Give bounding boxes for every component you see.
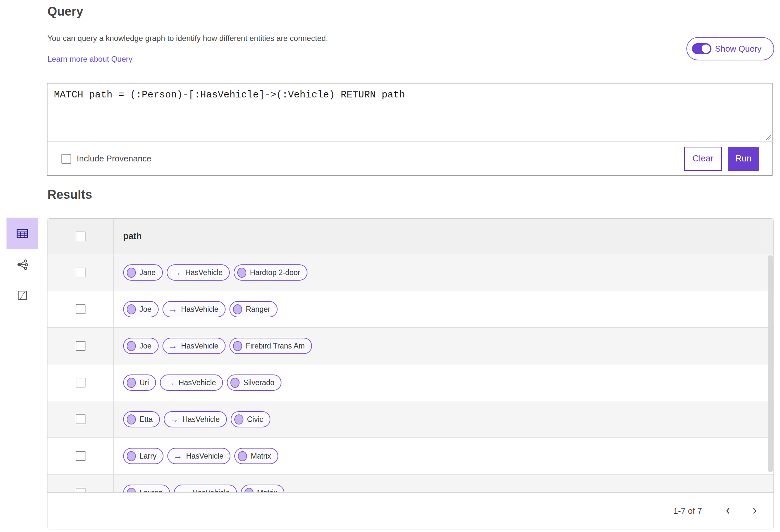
target-entity-label: Firebird Trans Am <box>246 342 305 351</box>
arrow-right-icon: → <box>168 305 177 314</box>
path-column-header: path <box>123 231 142 241</box>
entity-node-icon <box>127 268 136 278</box>
target-entity-label: Civic <box>247 415 263 424</box>
results-title: Results <box>47 188 92 202</box>
page-title: Query <box>47 5 83 18</box>
source-entity-label: Uri <box>139 378 149 387</box>
source-entity-label: Larry <box>139 452 156 461</box>
chevron-right-icon <box>750 507 759 515</box>
row-checkbox[interactable] <box>76 268 86 277</box>
path-cell: Uri → HasVehicle Silverado <box>114 364 774 401</box>
row-checkbox-cell <box>47 364 114 401</box>
entity-pill-source[interactable]: Joe <box>123 338 159 354</box>
entity-node-icon <box>127 451 136 461</box>
run-button[interactable]: Run <box>728 147 759 171</box>
target-entity-label: Matrix <box>251 452 271 461</box>
clear-button[interactable]: Clear <box>684 147 722 171</box>
resize-handle-icon[interactable] <box>764 133 771 140</box>
entity-pill-source[interactable]: Larry <box>123 448 163 464</box>
view-table-button[interactable] <box>6 218 38 249</box>
relationship-pill[interactable]: → HasVehicle <box>160 374 223 391</box>
pagination-range-label: 1-7 of 7 <box>673 506 702 516</box>
arrow-right-icon: → <box>168 342 177 351</box>
relationship-label: HasVehicle <box>185 268 223 277</box>
entity-node-icon <box>127 341 136 351</box>
map-icon <box>17 290 28 301</box>
entity-node-icon <box>127 378 136 388</box>
path-header-cell: path <box>114 219 774 254</box>
entity-pill-target[interactable]: Ranger <box>230 301 277 317</box>
source-entity-label: Joe <box>139 305 151 314</box>
table-row: Etta → HasVehicle Civic <box>47 401 774 438</box>
entity-pill-target[interactable]: Matrix <box>234 448 278 464</box>
entity-node-icon <box>234 414 243 425</box>
toggle-knob <box>701 44 711 54</box>
entity-node-icon <box>127 304 136 314</box>
scrollbar-thumb[interactable] <box>768 255 773 472</box>
entity-pill-target[interactable]: Silverado <box>227 374 282 391</box>
relationship-pill[interactable]: → HasVehicle <box>162 301 226 317</box>
target-entity-label: Ranger <box>246 305 270 314</box>
relationship-pill[interactable]: → HasVehicle <box>164 411 227 427</box>
table-row: Jane → HasVehicle Hardtop 2-door <box>47 254 774 291</box>
entity-node-icon <box>238 451 247 461</box>
entity-pill-source[interactable]: Etta <box>123 411 160 427</box>
entity-node-icon <box>127 414 136 425</box>
entity-pill-source[interactable]: Joe <box>123 301 159 317</box>
learn-more-link[interactable]: Learn more about Query <box>47 55 132 64</box>
target-entity-label: Silverado <box>243 378 274 387</box>
table-icon <box>16 227 29 240</box>
entity-node-icon <box>233 304 242 314</box>
table-row: Joe → HasVehicle Firebird Trans Am <box>47 328 774 364</box>
query-editor-panel: MATCH path = (:Person)-[:HasVehicle]->(:… <box>47 83 773 176</box>
arrow-right-icon: → <box>166 378 175 387</box>
pagination-bar: 1-7 of 7 <box>47 492 774 529</box>
table-body: Jane → HasVehicle Hardtop 2-door Joe → H… <box>47 254 774 511</box>
entity-node-icon <box>233 341 242 351</box>
view-link-chart-button[interactable] <box>6 254 38 275</box>
chevron-left-icon <box>724 507 732 515</box>
row-checkbox[interactable] <box>76 414 86 424</box>
relationship-pill[interactable]: → HasVehicle <box>162 338 226 354</box>
path-cell: Joe → HasVehicle Ranger <box>114 291 774 327</box>
row-checkbox-cell <box>47 254 114 291</box>
include-provenance-checkbox[interactable] <box>61 154 71 164</box>
table-row: Uri → HasVehicle Silverado <box>47 364 774 401</box>
row-checkbox[interactable] <box>76 378 86 387</box>
vertical-scrollbar[interactable] <box>767 219 774 492</box>
row-checkbox-cell <box>47 328 114 364</box>
relationship-pill[interactable]: → HasVehicle <box>167 448 231 464</box>
arrow-right-icon: → <box>173 452 182 461</box>
query-description: You can query a knowledge graph to ident… <box>47 34 328 43</box>
show-query-toggle[interactable]: Show Query <box>686 37 774 60</box>
path-cell: Jane → HasVehicle Hardtop 2-door <box>114 254 774 291</box>
relationship-label: HasVehicle <box>182 415 220 424</box>
link-chart-icon <box>16 259 29 271</box>
target-entity-label: Hardtop 2-door <box>250 268 300 277</box>
entity-pill-source[interactable]: Uri <box>123 374 156 391</box>
source-entity-label: Joe <box>139 342 151 351</box>
previous-page-button[interactable] <box>722 504 734 517</box>
entity-node-icon <box>237 268 246 278</box>
entity-pill-source[interactable]: Jane <box>123 264 163 281</box>
results-table: path Jane → HasVehicle Hardtop 2-door <box>47 218 774 529</box>
relationship-label: HasVehicle <box>179 378 216 387</box>
header-checkbox-cell <box>47 219 114 254</box>
row-checkbox[interactable] <box>76 451 86 461</box>
entity-pill-target[interactable]: Firebird Trans Am <box>230 338 312 354</box>
row-checkbox[interactable] <box>76 304 86 314</box>
toggle-switch-icon[interactable] <box>692 43 712 54</box>
row-checkbox-cell <box>47 401 114 437</box>
relationship-label: HasVehicle <box>181 305 218 314</box>
source-entity-label: Etta <box>139 415 153 424</box>
row-checkbox[interactable] <box>76 341 86 351</box>
entity-node-icon <box>231 378 240 388</box>
entity-pill-target[interactable]: Civic <box>231 411 271 427</box>
entity-pill-target[interactable]: Hardtop 2-door <box>234 264 307 281</box>
relationship-pill[interactable]: → HasVehicle <box>167 264 230 281</box>
select-all-checkbox[interactable] <box>76 231 86 241</box>
next-page-button[interactable] <box>748 504 761 517</box>
query-editor-input[interactable]: MATCH path = (:Person)-[:HasVehicle]->(:… <box>47 84 772 141</box>
table-row: Joe → HasVehicle Ranger <box>47 291 774 328</box>
view-map-button[interactable] <box>6 284 38 306</box>
